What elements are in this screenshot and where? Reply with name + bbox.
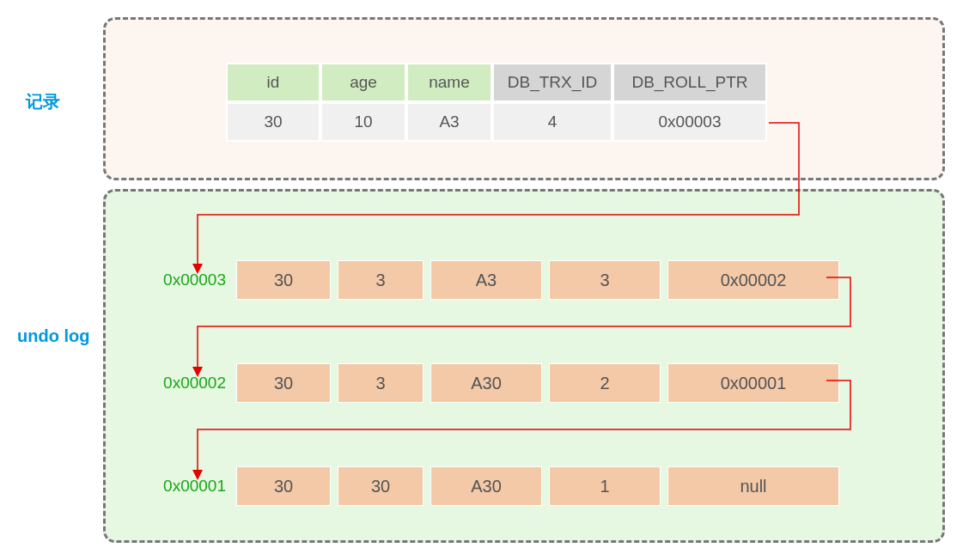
undo-entry-0: 0x00003 30 3 A3 3 0x00002	[140, 260, 839, 300]
header-roll: DB_ROLL_PTR	[612, 63, 767, 102]
undo-addr-2: 0x00001	[140, 477, 226, 496]
record-age: 10	[320, 102, 406, 142]
record-table: id age name DB_TRX_ID DB_ROLL_PTR 30 10 …	[226, 63, 767, 142]
record-data-row: 30 10 A3 4 0x00003	[226, 102, 767, 142]
undo-entry-2: 0x00001 30 30 A30 1 null	[140, 466, 839, 506]
record-header-row: id age name DB_TRX_ID DB_ROLL_PTR	[226, 63, 767, 102]
undo-age-0: 3	[338, 260, 424, 300]
undo-age-1: 3	[338, 363, 424, 403]
record-name: A3	[406, 102, 492, 142]
undo-trx-2: 1	[549, 466, 661, 506]
undolog-label: undo log	[17, 326, 89, 346]
undo-roll-2: null	[667, 466, 839, 506]
undo-roll-0: 0x00002	[667, 260, 839, 300]
record-panel: id age name DB_TRX_ID DB_ROLL_PTR 30 10 …	[103, 17, 945, 180]
record-label: 记录	[26, 90, 60, 113]
header-id: id	[226, 63, 320, 102]
undo-name-2: A30	[430, 466, 542, 506]
header-name: name	[406, 63, 492, 102]
record-roll: 0x00003	[612, 102, 767, 142]
undo-id-0: 30	[236, 260, 331, 300]
undo-id-1: 30	[236, 363, 331, 403]
undo-addr-0: 0x00003	[140, 271, 226, 289]
diagram-container: 记录 undo log id age name DB_TRX_ID DB_ROL…	[17, 17, 958, 543]
undo-id-2: 30	[236, 466, 331, 506]
undo-addr-1: 0x00002	[140, 374, 226, 393]
header-age: age	[320, 63, 406, 102]
header-trx: DB_TRX_ID	[492, 63, 612, 102]
undo-name-1: A30	[430, 363, 542, 403]
undo-roll-1: 0x00001	[667, 363, 839, 403]
undolog-panel: 0x00003 30 3 A3 3 0x00002 0x00002 30 3 A…	[103, 189, 945, 543]
undo-trx-0: 3	[549, 260, 661, 300]
undo-trx-1: 2	[549, 363, 661, 403]
undo-entry-1: 0x00002 30 3 A30 2 0x00001	[140, 363, 839, 403]
undo-name-0: A3	[430, 260, 542, 300]
undo-age-2: 30	[338, 466, 424, 506]
record-trx: 4	[492, 102, 612, 142]
record-id: 30	[226, 102, 320, 142]
